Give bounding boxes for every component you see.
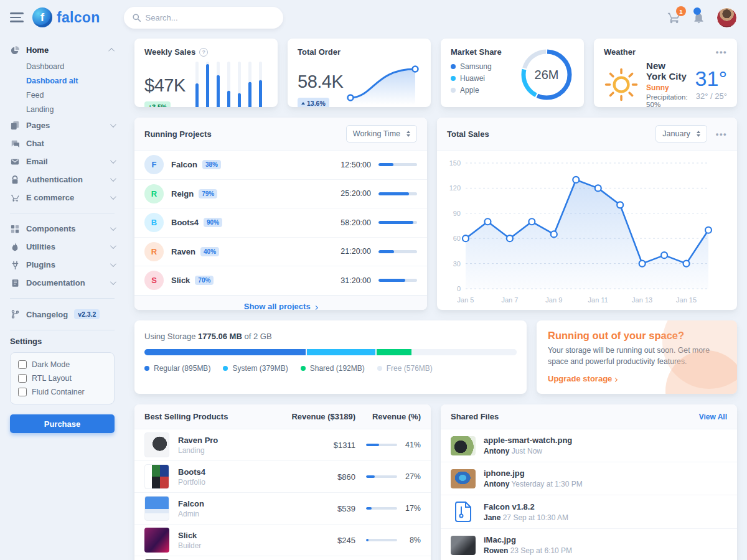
chevron-down-icon — [110, 225, 116, 231]
cart-icon — [10, 194, 20, 202]
view-all-link[interactable]: View All — [699, 413, 727, 421]
project-name[interactable]: Slick — [171, 276, 190, 285]
chevron-right-icon — [314, 305, 318, 309]
total-sales-line-chart: 0306090120150Jan 5Jan 7Jan 9Jan 11Jan 13… — [437, 151, 737, 309]
sidebar-item-home[interactable]: Home — [10, 41, 115, 59]
sidebar-item-components[interactable]: Components — [10, 220, 115, 238]
project-name[interactable]: Raven — [171, 247, 195, 256]
product-name[interactable]: Raven Pro — [178, 436, 218, 445]
sidebar-item-pages[interactable]: Pages — [10, 116, 115, 134]
file-owner: Antony — [484, 447, 509, 455]
legend-label: Free (576MB) — [387, 364, 433, 373]
fluid-container-checkbox[interactable] — [18, 388, 27, 396]
pages-icon — [10, 121, 20, 130]
user-avatar[interactable] — [716, 7, 737, 28]
project-row-boots4[interactable]: BBoots490%58:20:00 — [134, 208, 427, 238]
weekly-sales-card: Weekly Sales ? $47K +3.5% — [134, 39, 278, 107]
project-name[interactable]: Falcon — [171, 160, 197, 169]
project-progress-badge: 40% — [200, 247, 219, 256]
weather-menu-button[interactable]: ••• — [716, 47, 727, 57]
upgrade-storage-link[interactable]: Upgrade storage — [548, 374, 617, 383]
project-time: 25:20:00 — [341, 189, 371, 198]
file-timestamp: Yesterday at 1:30 PM — [509, 480, 582, 488]
sidebar-item-dashboard-alt[interactable]: Dashboard alt — [26, 73, 115, 88]
product-percent-wrap: 27% — [355, 472, 421, 481]
setting-rtl-layout[interactable]: RTL Layout — [18, 374, 106, 383]
sidebar-item-utilities[interactable]: Utilities — [10, 238, 115, 256]
help-icon[interactable]: ? — [199, 48, 208, 57]
file-info: apple-smart-watch.pngAntony Just Now — [484, 436, 572, 455]
show-all-projects-link[interactable]: Show all projects — [244, 302, 318, 310]
notifications-button[interactable] — [692, 11, 705, 24]
dark-mode-checkbox[interactable] — [18, 360, 27, 369]
brand-name: falcon — [57, 9, 100, 26]
file-name[interactable]: iphone.jpg — [484, 469, 583, 478]
sidebar-item-documentation[interactable]: Documentation — [10, 274, 115, 292]
setting-label: RTL Layout — [32, 374, 72, 383]
chevron-down-icon — [110, 243, 116, 249]
legend-dot — [451, 88, 456, 93]
storage-segment-free — [413, 349, 517, 355]
project-name[interactable]: Reign — [171, 189, 194, 198]
sidebar-item-chat[interactable]: Chat — [10, 134, 115, 152]
svg-text:Jan 5: Jan 5 — [458, 296, 474, 304]
file-name[interactable]: iMac.jpg — [484, 535, 572, 544]
project-progress-badge: 70% — [195, 276, 214, 285]
total-sales-card: Total Sales January ••• 0306090120150Jan… — [437, 118, 737, 310]
total-sales-menu-button[interactable]: ••• — [716, 129, 727, 139]
setting-dark-mode[interactable]: Dark Mode — [18, 360, 106, 369]
sidebar-item-feed[interactable]: Feed — [26, 88, 115, 102]
cart-badge: 1 — [676, 6, 686, 16]
best-selling-products-card: Best Selling Products Revenue ($3189) Re… — [134, 404, 431, 560]
product-name[interactable]: Slick — [178, 531, 201, 540]
revenue-percent-column-header: Revenue (%) — [355, 412, 421, 421]
setting-fluid-container[interactable]: Fluid Container — [18, 388, 106, 396]
sidebar-item-authentication[interactable]: Authentication — [10, 170, 115, 189]
sidebar-item-plugins[interactable]: Plugins — [10, 256, 115, 274]
sidebar-item-changelog[interactable]: Changelog v2.3.2 — [10, 305, 115, 324]
working-time-select[interactable]: Working Time — [346, 125, 417, 142]
purchase-button[interactable]: Purchase — [10, 414, 115, 433]
sort-arrows-icon — [697, 131, 700, 137]
storage-legend-item: System (379MB) — [223, 364, 288, 373]
project-progress-badge: 38% — [202, 160, 221, 169]
product-percent-wrap: 41% — [355, 441, 421, 449]
sidebar-item-e-commerce[interactable]: E commerce — [10, 189, 115, 207]
product-category: Landing — [178, 446, 218, 455]
weather-title: Weather — [604, 47, 636, 57]
legend-dot — [451, 76, 456, 81]
product-info: SlickBuilder — [178, 531, 201, 550]
file-info: iMac.jpgRowen 23 Sep at 6:10 PM — [484, 535, 572, 555]
file-name[interactable]: apple-smart-watch.png — [484, 436, 572, 445]
sidebar-item-email[interactable]: Email — [10, 152, 115, 170]
project-row-slick[interactable]: SSlick70%31:20:00 — [134, 266, 427, 296]
product-thumbnail — [144, 496, 169, 521]
product-name[interactable]: Falcon — [178, 499, 204, 508]
month-select[interactable]: January — [655, 125, 707, 142]
legend-item-huawei: Huawei — [451, 74, 502, 83]
chevron-down-icon — [110, 261, 116, 267]
file-name[interactable]: Falcon v1.8.2 — [484, 502, 568, 511]
hamburger-menu-icon[interactable] — [10, 12, 24, 22]
project-row-reign[interactable]: RReign79%25:20:00 — [134, 180, 427, 209]
svg-text:Jan 15: Jan 15 — [676, 296, 697, 304]
project-name[interactable]: Boots4 — [171, 218, 199, 227]
legend-dot — [144, 366, 149, 371]
file-timestamp: Just Now — [509, 447, 542, 455]
pie-chart-icon — [10, 46, 20, 55]
storage-card: Using Storage 1775.06 MB of 2 GB Regular… — [134, 320, 527, 394]
product-name[interactable]: Boots4 — [178, 467, 205, 477]
rtl-layout-checkbox[interactable] — [18, 374, 27, 383]
brand-logo[interactable]: falcon — [32, 7, 100, 27]
settings-heading: Settings — [10, 337, 115, 346]
chevron-down-icon — [110, 157, 116, 164]
cart-button[interactable]: 1 — [667, 11, 681, 24]
changelog-label: Changelog — [26, 310, 68, 319]
search-input[interactable] — [146, 13, 275, 22]
sidebar-item-dashboard[interactable]: Dashboard — [26, 59, 115, 73]
project-row-falcon[interactable]: FFalcon38%12:50:00 — [134, 151, 427, 180]
sidebar-item-landing[interactable]: Landing — [26, 102, 115, 116]
project-progress-badge: 79% — [199, 189, 217, 198]
project-row-raven[interactable]: RRaven40%21:20:00 — [134, 238, 427, 267]
file-row-falcon-v1-8-2: Falcon v1.8.2Jane 27 Sep at 10:30 AM — [441, 495, 737, 528]
